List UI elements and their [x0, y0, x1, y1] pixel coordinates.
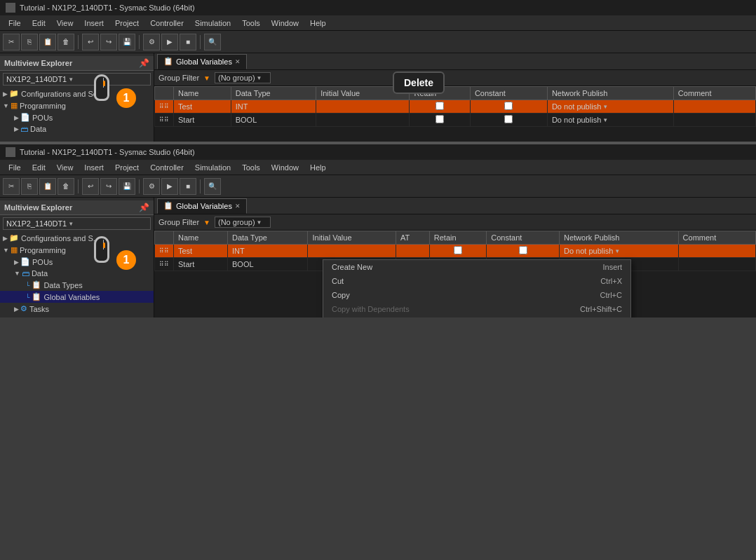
menu-project[interactable]: Project [109, 18, 144, 29]
bmenu-project[interactable]: Project [109, 162, 144, 173]
bottom-sidebar-pin[interactable]: 📌 [139, 203, 149, 212]
bottom-table-row[interactable]: ⠿⠿ Test INT Do not publish ▼ [155, 245, 756, 258]
row-initial[interactable] [316, 100, 410, 114]
bmenu-tools[interactable]: Tools [236, 162, 266, 173]
bbuild-btn[interactable]: ⚙ [143, 178, 160, 195]
menu-file[interactable]: File [3, 18, 27, 29]
top-table-row-2[interactable]: ⠿⠿ Start BOOL Do not publish ▼ [155, 114, 756, 127]
row2-name[interactable]: Start [174, 114, 231, 127]
bmenu-simulation[interactable]: Simulation [189, 162, 236, 173]
top-tab-label: Global Variables [176, 57, 232, 66]
brow2-comment[interactable] [678, 258, 755, 271]
bsep2 [139, 179, 140, 193]
bmenu-insert[interactable]: Insert [79, 162, 109, 173]
ctx-cut[interactable]: Cut Ctrl+X [323, 274, 630, 288]
search-btn[interactable]: 🔍 [204, 34, 221, 50]
brow-retain[interactable] [429, 245, 486, 258]
paste-btn[interactable]: 📋 [39, 34, 56, 50]
row2-datatype[interactable]: BOOL [231, 114, 316, 127]
bcut-btn[interactable]: ✂ [3, 178, 20, 195]
ctx-create-new[interactable]: Create New Insert [323, 260, 630, 274]
top-tree-item-data[interactable]: ▶ 🗃 Data [0, 123, 154, 135]
bottom-filter-dropdown[interactable]: (No group) ▼ [215, 217, 271, 228]
brow-datatype[interactable]: INT [228, 245, 308, 258]
bstop-btn[interactable]: ■ [180, 178, 196, 195]
top-sidebar-pin[interactable]: 📌 [139, 58, 149, 68]
save-btn[interactable]: 💾 [119, 34, 135, 50]
bundo-btn[interactable]: ↩ [82, 178, 99, 195]
redo-btn[interactable]: ↪ [100, 34, 117, 50]
top-variables-table: Name Data Type Initial Value Retain Cons… [154, 86, 756, 127]
brow-at[interactable] [396, 245, 430, 258]
brow2-name[interactable]: Start [174, 258, 228, 271]
top-tab-global-vars[interactable]: 📋 Global Variables ✕ [157, 54, 247, 69]
ctx-paste[interactable]: Paste Ctrl+V [323, 316, 630, 317]
menu-help[interactable]: Help [304, 18, 332, 29]
delete-btn[interactable]: 🗑 [58, 34, 74, 50]
row-retain[interactable] [410, 100, 470, 114]
brow-network[interactable]: Do not publish ▼ [560, 245, 679, 258]
bmenu-controller[interactable]: Controller [144, 162, 189, 173]
top-tree-item-pous[interactable]: ▶ 📄 POUs [0, 111, 154, 123]
bottom-sidebar-dropdown[interactable]: NX1P2_1140DT1 ▼ [3, 217, 151, 230]
run-btn[interactable]: ▶ [161, 34, 178, 50]
bottom-tab-global-vars[interactable]: 📋 Global Variables ✕ [157, 198, 247, 214]
row-network[interactable]: Do not publish ▼ [547, 100, 673, 114]
ctx-copy-deps[interactable]: Copy with Dependents Ctrl+Shift+C [323, 302, 630, 316]
row2-initial[interactable] [316, 114, 410, 127]
top-filter-dropdown[interactable]: (No group) ▼ [215, 72, 271, 83]
menu-view[interactable]: View [51, 18, 79, 29]
bsave-btn[interactable]: 💾 [119, 178, 135, 195]
top-table-row[interactable]: ⠿⠿ Test INT Do not publish ▼ [155, 100, 756, 114]
menu-tools[interactable]: Tools [236, 18, 266, 29]
bottom-tree-tasks[interactable]: ▶ ⚙ Tasks [0, 303, 154, 315]
bcopy-btn[interactable]: ⎘ [21, 178, 38, 195]
ctx-cut-label: Cut [332, 277, 344, 285]
brow-initial[interactable] [308, 245, 396, 258]
row2-constant[interactable] [470, 114, 547, 127]
bpaste-btn[interactable]: 📋 [39, 178, 56, 195]
bdt-icon2: 📋 [32, 280, 41, 289]
undo-btn[interactable]: ↩ [82, 34, 99, 50]
copy-btn[interactable]: ⎘ [21, 34, 38, 50]
bcol-initial: Initial Value [308, 231, 396, 245]
bmenu-file[interactable]: File [3, 162, 27, 173]
brow-constant[interactable] [487, 245, 560, 258]
sep1 [78, 35, 79, 49]
row2-retain[interactable] [410, 114, 470, 127]
menu-simulation[interactable]: Simulation [189, 18, 236, 29]
bottom-tree-globalvars[interactable]: └ 📋 Global Variables [0, 291, 154, 303]
cut-btn[interactable]: ✂ [3, 34, 20, 50]
bmenu-view[interactable]: View [51, 162, 79, 173]
row-datatype[interactable]: INT [231, 100, 316, 114]
top-content: 📋 Global Variables ✕ Group Filter ▼ (No … [154, 53, 756, 142]
bredo-btn[interactable]: ↪ [100, 178, 117, 195]
row2-comment[interactable] [673, 114, 755, 127]
row2-network[interactable]: Do not publish ▼ [547, 114, 673, 127]
menu-window[interactable]: Window [266, 18, 304, 29]
bmenu-edit[interactable]: Edit [27, 162, 51, 173]
brow2-datatype[interactable]: BOOL [228, 258, 308, 271]
menu-insert[interactable]: Insert [79, 18, 109, 29]
row-comment[interactable] [673, 100, 755, 114]
build-btn[interactable]: ⚙ [143, 34, 160, 50]
row-constant[interactable] [470, 100, 547, 114]
menu-edit[interactable]: Edit [27, 18, 51, 29]
brow-name[interactable]: Test [174, 245, 228, 258]
bmenu-window[interactable]: Window [266, 162, 304, 173]
bottom-tree-datatypes[interactable]: └ 📋 Data Types [0, 279, 154, 291]
top-tab-close[interactable]: ✕ [235, 58, 241, 65]
bdelete-btn[interactable]: 🗑 [58, 178, 74, 195]
menu-controller[interactable]: Controller [144, 18, 189, 29]
bottom-tab-close[interactable]: ✕ [235, 203, 241, 210]
brun-btn[interactable]: ▶ [161, 178, 178, 195]
stop-btn[interactable]: ■ [180, 34, 196, 50]
bmenu-help[interactable]: Help [304, 162, 332, 173]
brow-comment[interactable] [678, 245, 755, 258]
ctx-copy[interactable]: Copy Ctrl+C [323, 288, 630, 302]
bconfigs-icon: 📁 [9, 233, 19, 243]
row-name[interactable]: Test [174, 100, 231, 114]
ctx-create-shortcut: Insert [602, 263, 622, 271]
top-filter-value: (No group) [218, 74, 255, 82]
bsearch-btn[interactable]: 🔍 [204, 178, 221, 195]
